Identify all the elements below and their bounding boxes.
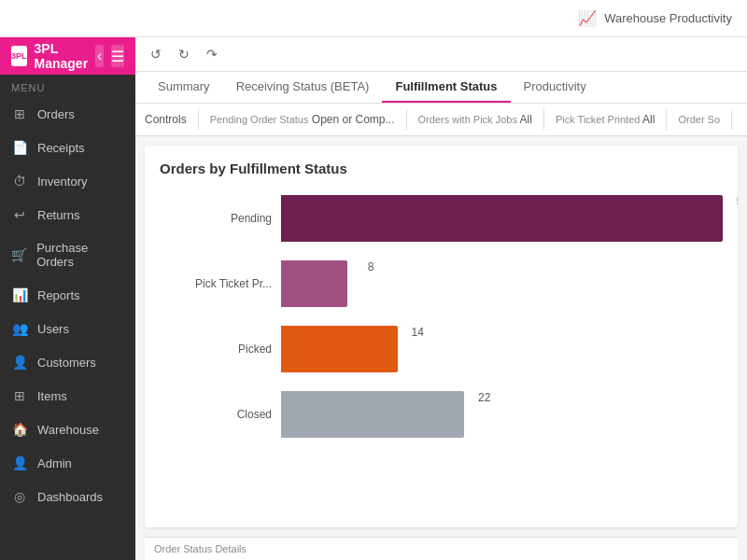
filter-orders-pick-jobs-value: All: [520, 113, 532, 126]
receipts-icon: 📄: [11, 140, 28, 155]
bar-fill-pending: 53: [281, 195, 723, 242]
users-icon: 👥: [11, 321, 28, 336]
sidebar-item-orders-label: Orders: [37, 107, 75, 121]
bar-label-pending: Pending: [169, 212, 272, 225]
sidebar-item-warehouse[interactable]: 🏠 Warehouse: [0, 413, 135, 446]
top-bar-title-text: Warehouse Productivity: [604, 11, 732, 25]
sidebar-item-receipts-label: Receipts: [37, 141, 85, 155]
filter-bar: Controls Pending Order Status Open or Co…: [135, 104, 747, 136]
bar-row-picked: Picked14: [169, 326, 723, 372]
bar-fill-closed: 22: [281, 391, 464, 438]
bar-chart: Pending53Pick Ticket Pr...8Picked14Close…: [160, 195, 723, 438]
sidebar-item-orders[interactable]: ⊞ Orders: [0, 97, 135, 131]
filter-controls-label: Controls: [145, 113, 187, 126]
bar-label-closed: Closed: [169, 408, 272, 421]
sidebar: 3PL 3PL Manager ‹ ☰ Menu ⊞ Orders 📄 Rece…: [0, 37, 135, 560]
filter-orders-with-pick-jobs[interactable]: Orders with Pick Jobs All: [407, 109, 544, 130]
bar-number-pending: 53: [737, 195, 738, 208]
sidebar-item-items[interactable]: ⊞ Items: [0, 379, 135, 413]
inventory-icon: ⏱: [11, 174, 28, 189]
tabs-row: Summary Receiving Status (BETA) Fulfillm…: [135, 72, 747, 104]
sidebar-item-dashboards[interactable]: ◎ Dashboards: [0, 480, 135, 513]
top-bar-title: 📈 Warehouse Productivity: [578, 9, 732, 27]
admin-icon: 👤: [11, 455, 28, 470]
sidebar-item-purchase-orders[interactable]: 🛒 Purchase Orders: [0, 231, 135, 278]
sidebar-collapse-button[interactable]: ‹: [95, 45, 104, 67]
tab-summary[interactable]: Summary: [145, 72, 223, 103]
bar-label-pick-ticket-printed: Pick Ticket Pr...: [169, 277, 272, 290]
menu-label: Menu: [0, 75, 135, 97]
sidebar-item-users[interactable]: 👥 Users: [0, 312, 135, 345]
sidebar-item-reports[interactable]: 📊 Reports: [0, 278, 135, 312]
warehouse-productivity-icon: 📈: [578, 9, 597, 27]
orders-icon: ⊞: [11, 106, 28, 121]
chart-container: Orders by Fulfillment Status Pending53Pi…: [145, 146, 738, 527]
sidebar-item-inventory[interactable]: ⏱ Inventory: [0, 164, 135, 198]
sidebar-item-items-label: Items: [37, 389, 67, 403]
sidebar-item-inventory-label: Inventory: [37, 175, 87, 189]
chart-title: Orders by Fulfillment Status: [160, 161, 723, 176]
filter-controls[interactable]: Controls: [145, 109, 199, 130]
bar-number-closed: 22: [478, 391, 490, 404]
redo-button[interactable]: ↻: [173, 43, 195, 65]
main-layout: 3PL 3PL Manager ‹ ☰ Menu ⊞ Orders 📄 Rece…: [0, 37, 747, 560]
filter-pending-order-status-label: Pending Order Status: [210, 114, 309, 125]
undo-button[interactable]: ↺: [145, 43, 167, 65]
bar-label-picked: Picked: [169, 343, 272, 356]
sidebar-item-returns[interactable]: ↩ Returns: [0, 198, 135, 231]
bar-row-pick-ticket-printed: Pick Ticket Pr...8: [169, 260, 723, 307]
sidebar-item-admin[interactable]: 👤 Admin: [0, 446, 135, 480]
content-area: ↺ ↻ ↷ Summary Receiving Status (BETA) Fu…: [135, 37, 747, 560]
sidebar-menu-button[interactable]: ☰: [111, 45, 124, 67]
top-bar: 📈 Warehouse Productivity: [0, 0, 747, 37]
filter-pick-ticket-value: All: [642, 113, 655, 126]
sidebar-item-customers[interactable]: 👤 Customers: [0, 345, 135, 379]
sidebar-item-purchase-orders-label: Purchase Orders: [36, 241, 124, 269]
bar-fill-pick-ticket-printed: 8: [281, 260, 347, 307]
bar-fill-picked: 14: [281, 326, 398, 372]
bar-track-picked: 14: [281, 326, 723, 372]
sidebar-item-customers-label: Customers: [37, 356, 96, 370]
app-logo: 3PL: [11, 46, 27, 66]
filter-order-so[interactable]: Order So: [667, 109, 732, 130]
sidebar-item-receipts[interactable]: 📄 Receipts: [0, 131, 135, 164]
bar-track-pick-ticket-printed: 8: [281, 260, 723, 307]
bar-number-picked: 14: [412, 326, 424, 339]
bottom-hint: Order Status Details: [145, 537, 738, 560]
filter-order-so-label: Order So: [678, 114, 720, 125]
bar-number-pick-ticket-printed: 8: [368, 260, 374, 273]
purchase-orders-icon: 🛒: [11, 247, 27, 262]
warehouse-icon: 🏠: [11, 422, 28, 437]
sidebar-item-admin-label: Admin: [37, 456, 72, 470]
sidebar-item-users-label: Users: [37, 322, 69, 336]
filter-pending-order-status-val: Open or Comp...: [312, 113, 395, 126]
filter-pending-order-status[interactable]: Pending Order Status Open or Comp...: [199, 109, 407, 130]
filter-orders-pick-jobs-label: Orders with Pick Jobs: [418, 114, 517, 125]
bar-row-closed: Closed22: [169, 391, 723, 438]
sidebar-header: 3PL 3PL Manager ‹ ☰: [0, 37, 135, 75]
tab-productivity[interactable]: Productivity: [511, 72, 599, 103]
filter-pick-ticket-label: Pick Ticket Printed: [556, 114, 640, 125]
reports-icon: 📊: [11, 287, 28, 302]
tab-fulfillment-status[interactable]: Fulfillment Status: [382, 72, 510, 103]
sidebar-item-dashboards-label: Dashboards: [37, 490, 103, 504]
customers-icon: 👤: [11, 355, 28, 370]
bar-track-closed: 22: [281, 391, 723, 438]
dashboards-icon: ◎: [11, 489, 28, 504]
items-icon: ⊞: [11, 388, 28, 403]
app-name: 3PL Manager: [35, 41, 89, 71]
filter-pick-ticket-printed[interactable]: Pick Ticket Printed All: [544, 109, 668, 130]
tab-receiving-status[interactable]: Receiving Status (BETA): [223, 72, 383, 103]
sidebar-item-warehouse-label: Warehouse: [37, 423, 99, 437]
sidebar-item-reports-label: Reports: [37, 288, 80, 302]
returns-icon: ↩: [11, 207, 28, 222]
bar-track-pending: 53: [281, 195, 723, 242]
forward-button[interactable]: ↷: [201, 43, 223, 65]
toolbar-row: ↺ ↻ ↷: [135, 37, 747, 72]
bar-row-pending: Pending53: [169, 195, 723, 242]
sidebar-item-returns-label: Returns: [37, 208, 80, 222]
